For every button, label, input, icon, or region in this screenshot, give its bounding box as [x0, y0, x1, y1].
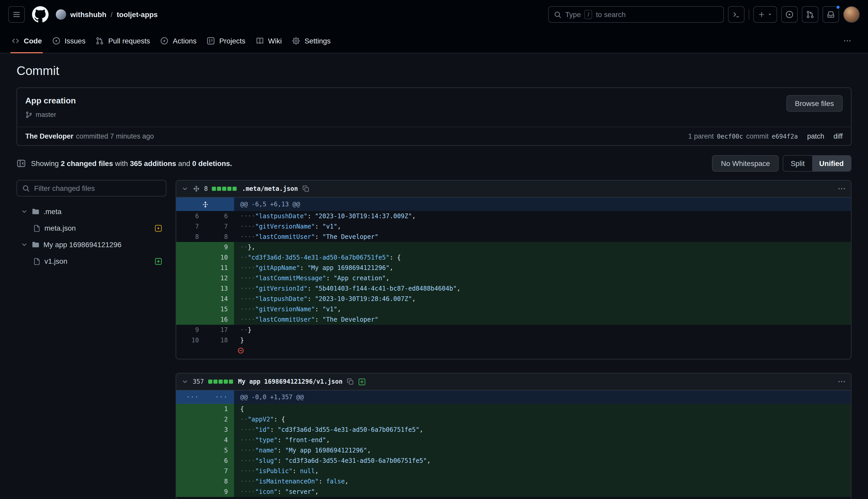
- old-line-number[interactable]: [176, 252, 205, 263]
- new-line-number[interactable]: 15: [205, 304, 234, 314]
- collapse-file-button[interactable]: [181, 378, 189, 385]
- diff-file-header: 8 .meta/meta.json: [176, 181, 851, 197]
- new-line-number[interactable]: 3: [205, 425, 234, 435]
- tab-projects[interactable]: Projects: [202, 29, 251, 53]
- file-options-button[interactable]: [838, 185, 846, 193]
- whitespace-toggle-button[interactable]: No Whitespace: [712, 155, 779, 172]
- code-line: ····"icon": "server",: [234, 487, 851, 497]
- patch-link[interactable]: patch: [807, 132, 824, 140]
- github-logo[interactable]: [32, 6, 49, 23]
- tab-code[interactable]: Code: [6, 29, 47, 53]
- tab-issues[interactable]: Issues: [47, 29, 91, 53]
- file-options-button[interactable]: [838, 377, 846, 386]
- chevron-down-icon: [21, 208, 28, 215]
- collapse-file-button[interactable]: [181, 185, 189, 192]
- unified-view-button[interactable]: Unified: [812, 156, 851, 171]
- diff-link[interactable]: diff: [833, 132, 843, 140]
- filter-files-input[interactable]: Filter changed files: [16, 180, 166, 196]
- user-avatar[interactable]: [843, 6, 860, 23]
- tab-wiki[interactable]: Wiki: [251, 29, 287, 53]
- copy-path-button[interactable]: [347, 378, 354, 385]
- diff-line: 1{: [176, 404, 851, 414]
- new-line-number[interactable]: 2: [205, 414, 234, 425]
- diff-line: 12····"lastCommitMessage": "App creation…: [176, 273, 851, 283]
- new-line-number[interactable]: 8: [205, 232, 234, 242]
- old-line-number[interactable]: [176, 466, 205, 476]
- old-line-number[interactable]: [176, 476, 205, 487]
- tab-settings[interactable]: Settings: [287, 29, 336, 53]
- tab-actions[interactable]: Actions: [155, 29, 202, 53]
- new-line-number[interactable]: 5: [205, 445, 234, 455]
- old-line-number[interactable]: 10: [176, 335, 205, 345]
- new-line-number[interactable]: 7: [205, 466, 234, 476]
- new-line-number[interactable]: 12: [205, 273, 234, 283]
- diffstat-blocks: [212, 187, 237, 191]
- new-line-number[interactable]: 7: [205, 221, 234, 232]
- browse-files-button[interactable]: Browse files: [786, 95, 843, 112]
- new-line-number[interactable]: 9: [205, 242, 234, 252]
- new-line-number[interactable]: 16: [205, 314, 234, 325]
- tree-file-v1-json[interactable]: v1.json: [16, 253, 166, 269]
- old-line-number[interactable]: [176, 242, 205, 252]
- new-line-number[interactable]: 14: [205, 294, 234, 304]
- create-new-button[interactable]: [753, 6, 777, 23]
- new-line-number[interactable]: 10: [205, 252, 234, 263]
- old-line-number[interactable]: [176, 404, 205, 414]
- new-line-number[interactable]: 4: [205, 435, 234, 445]
- old-line-number[interactable]: [176, 445, 205, 455]
- old-line-number[interactable]: 9: [176, 325, 205, 335]
- changed-files-summary: Showing 2 changed files with 365 additio…: [31, 159, 232, 168]
- new-line-number[interactable]: 1: [205, 404, 234, 414]
- hamburger-menu-button[interactable]: [8, 6, 25, 23]
- tree-file-meta-json[interactable]: meta.json: [16, 220, 166, 236]
- old-line-number[interactable]: [176, 294, 205, 304]
- old-line-number[interactable]: [176, 435, 205, 445]
- new-line-number[interactable]: 13: [205, 283, 234, 294]
- git-pull-request-icon: [96, 37, 104, 45]
- command-palette-button[interactable]: [728, 6, 744, 23]
- split-view-button[interactable]: Split: [783, 156, 812, 171]
- old-line-number[interactable]: [176, 314, 205, 325]
- commit-head: App creation master Browse files: [17, 88, 851, 127]
- expand-hunk-button[interactable]: [176, 197, 234, 211]
- toggle-file-tree-button[interactable]: [16, 159, 26, 168]
- new-line-number[interactable]: 6: [205, 455, 234, 466]
- search-input[interactable]: Type / to search: [548, 6, 724, 23]
- breadcrumb-owner[interactable]: withshubh: [70, 10, 106, 19]
- old-line-number[interactable]: [176, 273, 205, 283]
- old-line-number[interactable]: 8: [176, 232, 205, 242]
- drag-handle-icon[interactable]: [193, 185, 200, 192]
- old-line-number[interactable]: 6: [176, 211, 205, 221]
- old-line-number[interactable]: [176, 487, 205, 497]
- old-line-number[interactable]: [176, 425, 205, 435]
- issues-header-button[interactable]: [781, 6, 798, 23]
- new-line-number[interactable]: 8: [205, 476, 234, 487]
- new-line-number[interactable]: 9: [205, 487, 234, 497]
- commit-author[interactable]: The Developer: [25, 132, 73, 140]
- page-title: Commit: [16, 64, 852, 78]
- parent-sha-link[interactable]: 0ecf00c: [717, 133, 743, 140]
- diff-line: 9····"icon": "server",: [176, 487, 851, 497]
- old-line-number[interactable]: [176, 304, 205, 314]
- old-line-number[interactable]: [176, 414, 205, 425]
- old-line-number[interactable]: [176, 263, 205, 273]
- pull-requests-header-button[interactable]: [802, 6, 818, 23]
- new-line-number[interactable]: 11: [205, 263, 234, 273]
- new-line-number[interactable]: 18: [205, 335, 234, 345]
- new-line-number[interactable]: 6: [205, 211, 234, 221]
- file-path: My app 1698694121296/v1.json: [238, 378, 342, 385]
- hunk-header-text: @@ -6,5 +6,13 @@: [234, 197, 851, 211]
- tab-pull-requests[interactable]: Pull requests: [91, 29, 155, 53]
- copy-path-button[interactable]: [302, 185, 309, 192]
- code-line: ····"name": "My app 1698694121296",: [234, 445, 851, 455]
- table-icon: [207, 37, 215, 45]
- tree-folder-meta[interactable]: .meta: [16, 204, 166, 219]
- breadcrumb-repo[interactable]: tooljet-apps: [117, 10, 158, 19]
- old-line-number[interactable]: [176, 455, 205, 466]
- tree-folder-my-app[interactable]: My app 1698694121296: [16, 237, 166, 252]
- more-tabs-button[interactable]: [839, 33, 856, 49]
- old-line-number[interactable]: 7: [176, 221, 205, 232]
- old-line-number[interactable]: [176, 283, 205, 294]
- branch-name[interactable]: master: [36, 111, 56, 119]
- new-line-number[interactable]: 17: [205, 325, 234, 335]
